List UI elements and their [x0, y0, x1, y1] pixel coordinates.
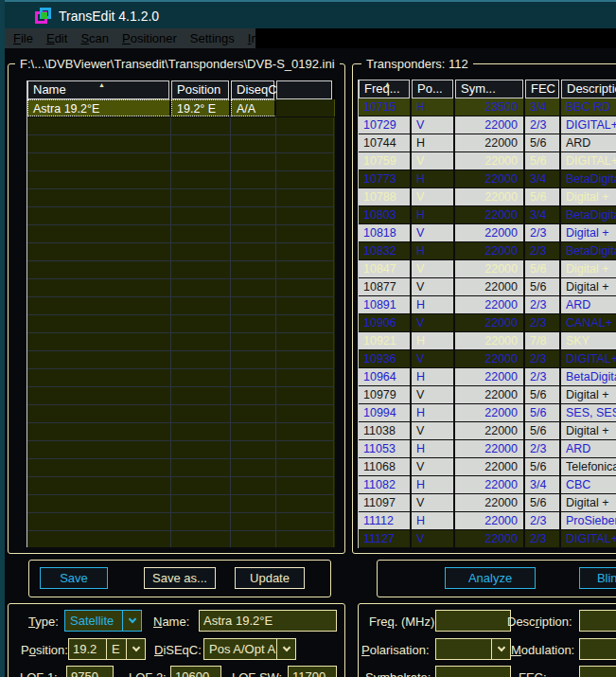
cell-description: BBC RD	[561, 98, 616, 116]
diseqc-dropdown[interactable]: Pos A/Opt A	[203, 638, 296, 660]
type-label: Type:	[28, 615, 59, 629]
position-direction-value: E	[107, 642, 126, 656]
position-field[interactable]	[68, 638, 107, 660]
menu-item-edit[interactable]: Edit	[46, 31, 67, 45]
cell-symbolrate: 22000	[455, 242, 525, 259]
cell-symbolrate: 22000	[455, 404, 525, 421]
cell-frequency: 11068	[359, 458, 412, 475]
lof2-field[interactable]	[170, 666, 221, 677]
lof1-field[interactable]	[66, 666, 114, 677]
cell-fec: 2/3	[525, 116, 561, 134]
cell-description: CANAL+	[561, 314, 616, 331]
cell-polarisation: H	[412, 440, 455, 457]
chevron-down-icon[interactable]	[126, 639, 145, 659]
transponder-list: Freq...▲Po...Sym...FECDescription 10715H…	[358, 80, 616, 548]
transponder-row[interactable]: 10847V220005/6Digital +	[359, 260, 616, 278]
blind-scan-button[interactable]: Blind Scan	[579, 567, 616, 589]
menu-item-info[interactable]: Info	[248, 31, 269, 45]
chevron-down-icon[interactable]	[122, 611, 141, 631]
transponder-row[interactable]: 10994H220005/6SES, SES ASTRA	[359, 404, 616, 422]
transponder-row[interactable]: 10744H220005/6ARD	[359, 134, 616, 152]
cell-description: Telefonica Servicio	[561, 458, 616, 475]
transponder-row[interactable]: 10788V220005/6Digital +	[359, 188, 616, 206]
cell-symbolrate: 22000	[455, 386, 525, 403]
transponder-row[interactable]: 10906V220002/3CANAL+	[359, 314, 616, 332]
column-header-[interactable]	[276, 80, 332, 99]
fec-label: FEC:	[519, 670, 547, 677]
transponder-row[interactable]: 11082H220003/4CBC	[359, 476, 616, 494]
menu-item-positioner[interactable]: Positioner	[122, 31, 177, 45]
cell-symbolrate: 22000	[455, 278, 525, 295]
cell-fec: 2/3	[525, 530, 561, 547]
transponder-row[interactable]: 10877V220005/6Digital +	[359, 278, 616, 296]
transponder-row[interactable]: 10832H220002/3BetaDigital	[359, 242, 616, 260]
cell-frequency: 10788	[359, 188, 412, 205]
polarisation-dropdown[interactable]	[435, 638, 511, 660]
transponder-row[interactable]: 10803H220003/4BetaDigital	[359, 206, 616, 224]
column-header-position[interactable]: Position	[171, 80, 229, 99]
column-header-fec[interactable]: FEC	[525, 80, 559, 98]
satellite-row[interactable]: Astra 19.2°E19.2° EA/A	[27, 99, 335, 117]
cell-frequency: 10744	[359, 134, 412, 151]
transponder-row[interactable]: 11068V220005/6Telefonica Servicio	[359, 458, 616, 476]
transponder-row[interactable]: 10818V220002/3Digital +	[359, 224, 616, 242]
column-header-freq[interactable]: Freq...▲	[359, 80, 410, 98]
cell-filler	[276, 99, 334, 116]
empty-row	[27, 513, 335, 531]
cell-fec: 5/6	[525, 278, 561, 295]
lofsw-field[interactable]	[288, 666, 337, 677]
menu-item-settings[interactable]: Settings	[190, 31, 235, 45]
cell-polarisation: H	[412, 476, 455, 493]
menu-item-file[interactable]: File	[13, 31, 33, 45]
transponder-row[interactable]: 10891H220002/3ARD	[359, 296, 616, 314]
cell-description: ARD	[561, 296, 616, 313]
cell-fec: 3/4	[525, 170, 561, 187]
cell-polarisation: V	[412, 350, 455, 367]
column-header-sym[interactable]: Sym...	[455, 80, 523, 98]
symbolrate-field[interactable]	[435, 666, 511, 677]
column-header-po[interactable]: Po...	[412, 80, 453, 98]
transponder-row[interactable]: 11097V220005/6Digital +	[359, 494, 616, 512]
transponder-row[interactable]: 10759V220005/6DIGITAL+	[359, 152, 616, 170]
cell-frequency: 11038	[359, 422, 412, 439]
description-field[interactable]	[579, 610, 616, 632]
cell-symbolrate: 22000	[455, 134, 525, 151]
transponder-row[interactable]: 10729V220002/3DIGITAL+	[359, 116, 616, 134]
freq-field[interactable]	[435, 610, 511, 632]
cell-frequency: 10906	[359, 314, 412, 331]
chevron-down-icon[interactable]	[276, 639, 295, 659]
save-button[interactable]: Save	[40, 567, 108, 589]
type-dropdown[interactable]: Satellite	[64, 610, 142, 632]
column-header-description[interactable]: Description	[561, 80, 616, 98]
save-as-button[interactable]: Save as...	[144, 567, 216, 589]
transponder-row[interactable]: 10715H235003/4BBC RD	[359, 98, 616, 116]
name-field[interactable]	[199, 610, 337, 632]
transponder-row[interactable]: 11038V220005/6Digital +	[359, 422, 616, 440]
transponder-row[interactable]: 11127V220002/3DIGITAL+	[359, 530, 616, 548]
transponder-row[interactable]: 10773H220003/4BetaDigital	[359, 170, 616, 188]
cell-symbolrate: 22000	[455, 116, 525, 134]
column-header-diseqc[interactable]: DiseqC	[231, 80, 274, 99]
transponder-row[interactable]: 11112H220002/3ProSiebenSat.1	[359, 512, 616, 530]
analyze-button[interactable]: Analyze	[445, 567, 536, 589]
transponder-row[interactable]: 10921H220007/8SKY	[359, 332, 616, 350]
transponder-row[interactable]: 11053H220002/3ARD	[359, 440, 616, 458]
cell-polarisation: V	[412, 494, 455, 511]
transponder-row[interactable]: 10936V220002/3DIGITAL+	[359, 350, 616, 368]
chevron-down-icon[interactable]	[491, 639, 510, 659]
cell-fec: 5/6	[525, 260, 561, 277]
menu-item-scan[interactable]: Scan	[80, 31, 109, 45]
column-header-name[interactable]: Name▲	[27, 80, 169, 99]
transponder-row[interactable]: 10964H220002/3BetaDigital	[359, 368, 616, 386]
update-button[interactable]: Update	[235, 567, 305, 589]
cell-description: DIGITAL+	[561, 350, 616, 367]
cell-fec: 2/3	[525, 350, 561, 367]
cell-fec: 5/6	[525, 152, 561, 169]
modulation-field[interactable]	[579, 638, 616, 660]
transponder-list-body: 10715H235003/4BBC RD10729V220002/3DIGITA…	[359, 98, 616, 548]
position-direction-dropdown[interactable]: E	[106, 638, 146, 660]
diseqc-label: DiSEqC:	[154, 643, 202, 657]
window-title: TransEdit 4.1.2.0	[59, 9, 159, 24]
fec-field[interactable]	[579, 666, 616, 677]
transponder-row[interactable]: 10979V220005/6Digital +	[359, 386, 616, 404]
